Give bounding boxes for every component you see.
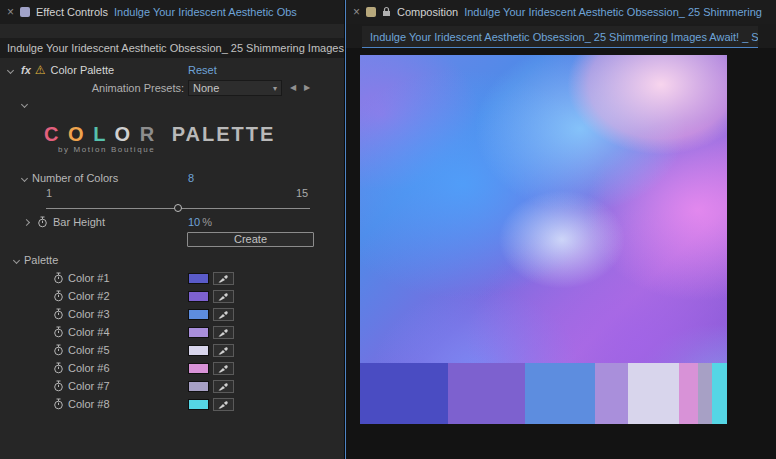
tab-doc-name[interactable]: Indulge Your Iridescent Aesthetic Obsess… — [464, 6, 762, 18]
palette-group-label: Palette — [24, 254, 58, 266]
animation-presets-dropdown[interactable]: None ▾ — [188, 80, 282, 96]
warning-icon: ⚠ — [35, 64, 46, 76]
eyedropper-button[interactable] — [213, 362, 234, 375]
color-label: Color #5 — [68, 344, 110, 356]
composition-tabstrip: × Composition Indulge Your Iridescent Ae… — [346, 0, 776, 24]
slider-track[interactable] — [46, 204, 310, 213]
palette-bar-segment — [360, 363, 448, 424]
eyedropper-button[interactable] — [213, 344, 234, 357]
color-swatch[interactable] — [188, 399, 209, 410]
chevron-down-icon[interactable] — [13, 256, 20, 263]
chevron-down-icon: ▾ — [273, 84, 277, 93]
composition-name-tab[interactable]: Indulge Your Iridescent Aesthetic Obsess… — [362, 26, 758, 48]
create-button[interactable]: Create — [187, 232, 314, 247]
color-label: Color #1 — [68, 272, 110, 284]
eyedropper-button[interactable] — [213, 272, 234, 285]
logo-letter: R — [140, 123, 156, 145]
logo-word-palette: PALETTE — [172, 123, 276, 145]
palette-row-4: Color #4 — [0, 323, 344, 341]
logo-letter: O — [115, 123, 133, 145]
layer-name-bar[interactable]: Indulge Your Iridescent Aesthetic Obsess… — [0, 38, 344, 58]
composition-viewport[interactable] — [346, 48, 776, 459]
color-label: Color #8 — [68, 398, 110, 410]
panel-icon — [20, 7, 30, 17]
color-palette-logo: C O L O R PALETTE by Motion Boutique — [44, 123, 344, 163]
effect-header-row: fx ⚠ Color Palette Reset — [0, 61, 344, 79]
animation-presets-row: Animation Presets: None ▾ ◀ ▶ — [0, 79, 344, 97]
palette-row-3: Color #3 — [0, 305, 344, 323]
palette-bars — [360, 363, 727, 424]
tab-doc-name[interactable]: Indulge Your Iridescent Aesthetic Obs — [114, 6, 297, 18]
effect-name: Color Palette — [51, 64, 115, 76]
bar-height-value[interactable]: 10% — [188, 216, 212, 228]
fx-icon[interactable]: fx — [21, 64, 31, 76]
logo-byline: by Motion Boutique — [58, 145, 344, 154]
stopwatch-icon[interactable] — [52, 398, 64, 410]
palette-bar-segment — [448, 363, 525, 424]
color-swatch[interactable] — [188, 327, 209, 338]
palette-bar-segment — [595, 363, 628, 424]
reset-button[interactable]: Reset — [188, 64, 217, 76]
color-swatch[interactable] — [188, 381, 209, 392]
stopwatch-icon[interactable] — [52, 380, 64, 392]
close-icon[interactable]: × — [7, 5, 14, 19]
composition-panel: × Composition Indulge Your Iridescent Ae… — [345, 0, 776, 459]
eyedropper-button[interactable] — [213, 308, 234, 321]
color-label: Color #6 — [68, 362, 110, 374]
next-preset-icon[interactable]: ▶ — [304, 83, 310, 92]
number-of-colors-value[interactable]: 8 — [188, 172, 194, 184]
chevron-right-icon[interactable] — [23, 218, 30, 225]
chevron-down-icon[interactable] — [7, 66, 14, 73]
bar-height-number[interactable]: 10 — [188, 216, 200, 228]
number-of-colors-row: Number of Colors 8 — [0, 169, 344, 187]
color-swatch[interactable] — [188, 291, 209, 302]
composition-frame — [360, 55, 727, 424]
palette-group-row: Palette — [0, 251, 344, 269]
create-row: Create — [0, 231, 344, 251]
palette-row-1: Color #1 — [0, 269, 344, 287]
effect-controls-tabstrip: × Effect Controls Indulge Your Iridescen… — [0, 0, 344, 24]
stopwatch-icon[interactable] — [52, 290, 64, 302]
chevron-down-icon[interactable] — [21, 174, 28, 181]
palette-row-6: Color #6 — [0, 359, 344, 377]
palette-bar-segment — [698, 363, 713, 424]
logo-letter: C — [44, 123, 60, 145]
color-label: Color #4 — [68, 326, 110, 338]
color-swatch[interactable] — [188, 363, 209, 374]
color-label: Color #3 — [68, 308, 110, 320]
stopwatch-icon[interactable] — [52, 308, 64, 320]
color-swatch[interactable] — [188, 273, 209, 284]
number-of-colors-label: Number of Colors — [32, 172, 118, 184]
palette-row-5: Color #5 — [0, 341, 344, 359]
eyedropper-button[interactable] — [213, 380, 234, 393]
palette-bar-segment — [525, 363, 595, 424]
slider-min-label: 1 — [46, 187, 52, 199]
palette-row-8: Color #8 — [0, 395, 344, 413]
palette-bar-segment — [679, 363, 697, 424]
stopwatch-icon[interactable] — [52, 272, 64, 284]
stopwatch-icon[interactable] — [52, 344, 64, 356]
tab-composition[interactable]: Composition — [397, 6, 458, 18]
previous-preset-icon[interactable]: ◀ — [290, 83, 296, 92]
palette-row-7: Color #7 — [0, 377, 344, 395]
custom-ui-expander-row — [0, 97, 344, 111]
slider-thumb[interactable] — [174, 204, 182, 212]
color-label: Color #7 — [68, 380, 110, 392]
eyedropper-button[interactable] — [213, 290, 234, 303]
lock-icon[interactable] — [382, 6, 391, 19]
number-of-colors-slider: 1 15 — [0, 187, 344, 213]
stopwatch-icon[interactable] — [52, 362, 64, 374]
color-label: Color #2 — [68, 290, 110, 302]
palette-bar-segment — [628, 363, 679, 424]
stopwatch-icon[interactable] — [36, 216, 48, 228]
eyedropper-button[interactable] — [213, 326, 234, 339]
color-swatch[interactable] — [188, 345, 209, 356]
eyedropper-button[interactable] — [213, 398, 234, 411]
close-icon[interactable]: × — [353, 5, 360, 19]
stopwatch-icon[interactable] — [52, 326, 64, 338]
chevron-down-icon[interactable] — [21, 100, 28, 107]
animation-presets-label: Animation Presets: — [0, 82, 184, 94]
color-swatch[interactable] — [188, 309, 209, 320]
tab-effect-controls[interactable]: Effect Controls — [36, 6, 108, 18]
logo-wordmark: C O L O R PALETTE — [44, 123, 344, 145]
